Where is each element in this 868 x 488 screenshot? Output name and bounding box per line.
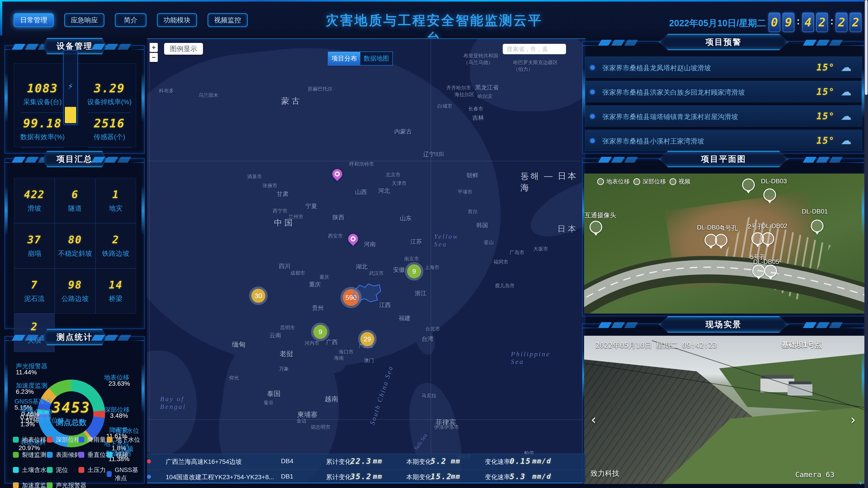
legend-item[interactable]: 土压力 <box>79 466 106 474</box>
row-code: DB4 <box>281 457 293 465</box>
deco-bars <box>93 44 136 50</box>
summary-grid: 422 滑坡 6 隧道 1 地灾 37 崩塌 <box>14 178 136 352</box>
plan-marker-icon[interactable] <box>763 188 776 201</box>
deco-bars <box>804 40 847 46</box>
camera-id: Camera 63 <box>795 470 834 479</box>
plan-marker-icon[interactable] <box>764 265 777 277</box>
device-stat-value: 1083 <box>17 82 68 95</box>
plan-marker-icon[interactable] <box>752 265 765 277</box>
map-container[interactable]: + − 图例显示 项目分布 数据地图 科布多 乌兰固木 苏赫巴托尔 布里亚特共和… <box>147 38 585 484</box>
deco-bars <box>93 157 136 163</box>
scrollbar-thumb[interactable] <box>865 0 868 95</box>
legend-item[interactable]: 降雨量 <box>79 435 106 444</box>
map-label: 大坂市 <box>533 246 548 252</box>
prev-camera-button[interactable]: ‹ <box>591 412 596 427</box>
legend-label: 深部位移 <box>56 435 80 444</box>
nav-button[interactable]: 日常管理 <box>13 13 54 27</box>
legend-label: 视频 <box>116 451 128 459</box>
nav-button[interactable]: 应急响应 <box>64 13 104 27</box>
legend-item[interactable]: 裂缝监测 <box>13 451 46 459</box>
map-label: 武汉市 <box>369 270 384 277</box>
status-dot <box>147 459 151 463</box>
map-label: 福冈市 <box>493 259 508 265</box>
nav-button[interactable]: 简介 <box>115 13 147 27</box>
zoom-in-button[interactable]: + <box>150 43 158 52</box>
scroll-down-icon[interactable]: ▼ <box>858 480 864 487</box>
page-scrollbar[interactable] <box>864 0 868 488</box>
map-label: 四川 <box>279 262 290 270</box>
alerts-panel-title: 项目预警 <box>659 34 788 50</box>
legend-item[interactable]: 地表位移 <box>13 435 46 444</box>
plan-marker-icon[interactable] <box>811 220 824 232</box>
clock-digit: 4 <box>802 13 814 32</box>
map-search-input[interactable] <box>503 44 566 54</box>
map-zoom-control: + − <box>150 43 158 63</box>
monitor-table-row[interactable]: 广西兰海高速K16+754边坡 DB4 累计变化: 22.3 mm 本期变化: … <box>147 454 585 468</box>
map-cluster-marker[interactable]: 30 <box>251 289 266 303</box>
live-camera-frame[interactable] <box>584 336 865 484</box>
row-cur-value: 15.2 <box>431 472 452 481</box>
plan-panel: 项目平面图 地表位移 深部位移 <box>582 158 865 316</box>
map-label: 韩国 <box>476 221 488 229</box>
alert-row[interactable]: 张家界市桑植县小溪村王家湾滑坡 15° ☁ <box>585 130 862 151</box>
lightning-icon: ⚡ <box>64 82 77 91</box>
map-label: 辽宁 <box>423 151 435 158</box>
map-label: 天津市 <box>392 180 407 187</box>
legend-item[interactable]: GNSS基准点 <box>107 466 144 482</box>
summary-cell: 6 隧道 <box>55 178 95 223</box>
map-label: 成都市 <box>290 270 305 276</box>
plan-marker-icon[interactable] <box>715 234 727 247</box>
monitor-table-row[interactable]: 104国道改建工程YK23+754-YK23+8... DB1 累计变化: 35… <box>147 469 585 484</box>
map-tab[interactable]: 数据地图 <box>360 52 393 65</box>
map-label: 河北 <box>378 187 390 195</box>
map-label: 山东 <box>400 215 412 222</box>
legend-item[interactable]: 深部位移 <box>47 435 80 444</box>
device-stat-value: 2516 <box>84 117 135 130</box>
map-legend-button[interactable]: 图例显示 <box>164 43 203 55</box>
alert-row[interactable]: 张家界市桑植县洪家关白族乡回龙村顾家湾滑坡 15° ☁ <box>585 81 862 102</box>
map-label: 黑龙江省 <box>475 84 499 92</box>
summary-label: 隧道 <box>68 204 82 213</box>
map-cluster-marker[interactable]: 9 <box>313 325 327 339</box>
clock-digit: 2 <box>836 13 847 32</box>
legend-swatch <box>47 467 53 473</box>
alerts-list: 张家界市桑植县龙凤塔村赵山坡滑坡 15° ☁ 张家界市桑植县洪家关白族乡回龙村顾… <box>583 53 864 151</box>
camera-datetime: 2022年05月10日 星期二 09:42:23 <box>595 340 717 350</box>
legend-item[interactable]: 表面倾斜 <box>47 451 80 459</box>
legend-item[interactable]: 视频 <box>107 451 128 459</box>
map-label: South China Sea <box>368 364 395 426</box>
nav-button[interactable]: 视频监控 <box>208 13 248 27</box>
summary-panel-header: 项目汇总 <box>5 151 144 168</box>
legend-swatch <box>107 437 113 443</box>
legend-item[interactable]: 地下水位 <box>107 435 140 444</box>
map-cluster-marker[interactable]: 9 <box>407 264 421 278</box>
map-label: 乌兰固木 <box>198 92 218 99</box>
legend-swatch <box>47 437 53 443</box>
map-label: 泰国 <box>267 389 281 398</box>
alert-row[interactable]: 张家界市桑植县龙凤塔村赵山坡滑坡 15° ☁ <box>585 57 862 78</box>
legend-item[interactable]: 声光报警器 <box>47 481 86 488</box>
map-label: 海南 <box>334 355 344 361</box>
map-label: 科布多 <box>159 88 174 94</box>
legend-item[interactable]: 加速度监测 <box>13 481 53 488</box>
row-rate-label: 变化速率: <box>485 457 512 466</box>
plan-marker-icon[interactable] <box>742 178 755 191</box>
deco-bars <box>804 322 847 328</box>
zoom-out-button[interactable]: − <box>150 53 158 62</box>
cluster-count: 29 <box>364 335 371 343</box>
graticule-line <box>147 419 585 420</box>
map-label: 越南 <box>324 394 338 404</box>
legend-item[interactable]: 泥位 <box>47 466 68 474</box>
map-label: 台湾 <box>422 335 433 343</box>
next-camera-button[interactable]: › <box>850 412 856 427</box>
nav-button[interactable]: 功能模块 <box>157 13 197 27</box>
cloud-icon: ☁ <box>841 109 851 122</box>
map-label: 河南 <box>364 240 376 248</box>
map-tab[interactable]: 项目分布 <box>328 52 360 65</box>
map-cluster-marker[interactable]: 29 <box>360 332 374 346</box>
plan-marker-icon[interactable] <box>590 221 602 233</box>
plan-marker-icon[interactable] <box>762 232 774 245</box>
plan-marker-label: DL-DB02 <box>761 222 787 230</box>
legend-item[interactable]: 土壤含水率 <box>13 466 53 474</box>
alert-row[interactable]: 张家界市桑植县瑞塔铺镇青龙溪村岩屋沟滑坡 15° ☁ <box>585 105 862 127</box>
